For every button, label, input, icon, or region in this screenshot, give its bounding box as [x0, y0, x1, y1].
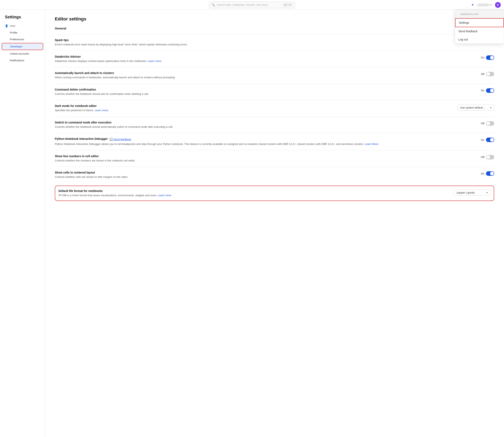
toggle-knob-databricks-advisor [490, 56, 494, 60]
setting-control-default-file-format: Jupyter (.ipynb)▾ [454, 189, 491, 196]
setting-info-python-debugger: Python Notebook Interactive Debugger💬 Se… [55, 137, 474, 146]
setting-row-dark-mode: Dark mode for notebook editorSpecifies t… [55, 100, 494, 117]
setting-control-auto-launch-clusters: Off [481, 71, 494, 76]
search-placeholder: Search data, notebooks, recents, and mor… [217, 3, 270, 6]
sidebar-item-linked-accounts[interactable]: Linked accounts [2, 50, 43, 57]
toggle-label-auto-launch-clusters: Off [481, 73, 484, 76]
toggle-centered-layout[interactable] [486, 171, 494, 176]
dropdown-menu: ...databricks.com Settings Send feedback… [455, 10, 504, 44]
chevron-down-icon: ▾ [491, 3, 492, 6]
sidebar-item-profile[interactable]: Profile [2, 30, 43, 36]
setting-name-centered-layout: Show cells in centered layout [55, 171, 474, 174]
select-default-file-format[interactable]: Jupyter (.ipynb)▾ [454, 190, 491, 196]
page-title: Editor settings [55, 16, 494, 22]
setting-learn-more-dark-mode[interactable]: Learn more. [94, 109, 109, 112]
setting-desc-default-file-format: IPYNB is a richer format that saves visu… [59, 193, 447, 198]
setting-row-spark-tips: Spark tipsEnrich notebook error stack tr… [55, 34, 494, 51]
setting-control-python-debugger: On [481, 137, 494, 142]
setting-row-auto-launch-clusters: Automatically launch and attach to clust… [55, 67, 494, 84]
setting-name-row-python-debugger: Python Notebook Interactive Debugger💬 Se… [55, 137, 474, 141]
setting-name-python-debugger: Python Notebook Interactive Debugger [55, 137, 108, 140]
setting-control-centered-layout: On [481, 171, 494, 176]
select-value-default-file-format: Jupyter (.ipynb) [456, 191, 475, 194]
setting-name-show-line-numbers: Show line numbers in cell editor [55, 155, 474, 158]
setting-name-dark-mode: Dark mode for notebook editor [55, 104, 451, 108]
setting-control-command-mode-after-execution: Off [481, 121, 494, 126]
setting-learn-more-python-debugger[interactable]: Learn More [365, 142, 378, 146]
setting-row-show-line-numbers: Show line numbers in cell editorControls… [55, 150, 494, 167]
toggle-label-centered-layout: On [481, 172, 484, 175]
avatar[interactable]: D [495, 2, 501, 8]
dropdown-item-settings[interactable]: Settings [455, 18, 504, 27]
setting-row-command-mode-after-execution: Switch to command mode after executionCo… [55, 117, 494, 133]
setting-info-auto-launch-clusters: Automatically launch and attach to clust… [55, 71, 474, 79]
toggle-command-mode-after-execution[interactable] [486, 121, 494, 126]
toggle-knob-command-mode-after-execution [486, 122, 490, 125]
setting-control-command-delete-confirmation: On [481, 88, 494, 93]
toggle-label-command-delete-confirmation: On [481, 89, 484, 92]
setting-info-command-delete-confirmation: Command delete confirmationControls whet… [55, 88, 474, 96]
setting-row-centered-layout: Show cells in centered layoutControls wh… [55, 167, 494, 183]
topbar: 🔍 Search data, notebooks, recents, and m… [0, 0, 504, 10]
feedback-link-python-debugger[interactable]: 💬 Send feedback [109, 138, 131, 141]
setting-learn-more-default-file-format[interactable]: Learn more [158, 194, 171, 197]
toggle-command-delete-confirmation[interactable] [486, 88, 494, 93]
setting-info-spark-tips: Spark tipsEnrich notebook error stack tr… [55, 39, 474, 47]
user-icon: 👤 [5, 24, 8, 27]
sidebar-item-developer[interactable]: Developer [2, 43, 43, 50]
main-content: Editor settings General Spark tipsEnrich… [45, 10, 504, 437]
sparkle-icon[interactable]: ✦ [471, 3, 474, 7]
select-value-dark-mode: Use system default... [460, 106, 485, 109]
setting-desc-databricks-advisor: Databricks Advisor displays context-awar… [55, 59, 474, 63]
setting-desc-centered-layout: Controls whether cells are shown in with… [55, 175, 474, 179]
toggle-python-debugger[interactable] [486, 138, 494, 142]
setting-info-centered-layout: Show cells in centered layoutControls wh… [55, 171, 474, 179]
toggle-knob-python-debugger [490, 138, 494, 142]
setting-desc-command-delete-confirmation: Controls whether the Notebook should ask… [55, 92, 474, 96]
search-icon: 🔍 [212, 3, 215, 6]
dropdown-item-log-out[interactable]: Log out [455, 35, 504, 44]
setting-control-dark-mode: Use system default...▾ [457, 104, 494, 110]
sidebar-item-notifications[interactable]: Notifications [2, 57, 43, 64]
setting-info-command-mode-after-execution: Switch to command mode after executionCo… [55, 121, 474, 129]
setting-row-databricks-advisor: Databricks AdvisorDatabricks Advisor dis… [55, 51, 494, 67]
setting-name-databricks-advisor: Databricks Advisor [55, 55, 474, 58]
toggle-label-python-debugger: On [481, 138, 484, 141]
setting-desc-spark-tips: Enrich notebook error stack traces by di… [55, 42, 474, 47]
app-layout: Settings 👤 User Profile Preferences Deve… [0, 10, 504, 437]
toggle-auto-launch-clusters[interactable] [486, 72, 494, 76]
sidebar-title: Settings [0, 15, 45, 23]
setting-desc-auto-launch-clusters: When running commands in Notebooks, auto… [55, 75, 474, 79]
user-dropdown[interactable]: username ▾ [476, 2, 493, 7]
setting-info-databricks-advisor: Databricks AdvisorDatabricks Advisor dis… [55, 55, 474, 63]
settings-container: Spark tipsEnrich notebook error stack tr… [55, 34, 494, 201]
setting-name-spark-tips: Spark tips [55, 39, 474, 42]
setting-name-auto-launch-clusters: Automatically launch and attach to clust… [55, 71, 474, 75]
toggle-databricks-advisor[interactable] [486, 55, 494, 60]
user-name-blurred: username [477, 3, 489, 6]
dropdown-header: ...databricks.com [455, 10, 504, 18]
toggle-show-line-numbers[interactable] [486, 155, 494, 159]
dropdown-item-send-feedback[interactable]: Send feedback [455, 27, 504, 35]
setting-name-command-delete-confirmation: Command delete confirmation [55, 88, 474, 91]
setting-row-default-file-format: Default file format for notebooksIPYNB i… [55, 186, 494, 201]
setting-desc-dark-mode: Specifies the preferred UI theme. Learn … [55, 108, 451, 112]
sidebar: Settings 👤 User Profile Preferences Deve… [0, 10, 45, 437]
setting-control-databricks-advisor: On [481, 55, 494, 60]
setting-row-command-delete-confirmation: Command delete confirmationControls whet… [55, 84, 494, 100]
setting-control-show-line-numbers: Off [481, 155, 494, 159]
toggle-knob-command-delete-confirmation [490, 89, 494, 92]
sidebar-section-label-text: User [10, 24, 15, 27]
setting-name-command-mode-after-execution: Switch to command mode after execution [55, 121, 474, 124]
topbar-right: ✦ username ▾ D [471, 2, 501, 8]
setting-desc-python-debugger: Python Notebook Interactive Debugger all… [55, 142, 474, 146]
select-dark-mode[interactable]: Use system default...▾ [457, 105, 494, 110]
setting-desc-command-mode-after-execution: Controls whether the Notebook should aut… [55, 125, 474, 129]
toggle-knob-auto-launch-clusters [486, 72, 490, 76]
setting-name-default-file-format: Default file format for notebooks [59, 189, 447, 193]
search-bar[interactable]: 🔍 Search data, notebooks, recents, and m… [209, 2, 295, 8]
toggle-knob-show-line-numbers [486, 155, 490, 159]
setting-info-show-line-numbers: Show line numbers in cell editorControls… [55, 155, 474, 163]
sidebar-item-preferences[interactable]: Preferences [2, 36, 43, 42]
setting-learn-more-databricks-advisor[interactable]: Learn more. [148, 60, 162, 62]
